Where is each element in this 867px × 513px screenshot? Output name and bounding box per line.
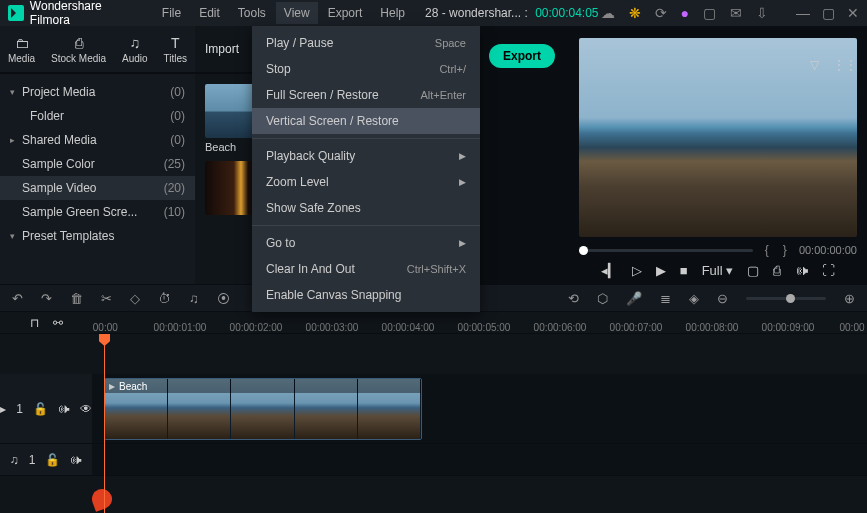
play-back-icon[interactable]: ▷	[632, 263, 642, 278]
dd-fullscreen[interactable]: Full Screen / RestoreAlt+Enter	[252, 82, 480, 108]
dd-playback-quality[interactable]: Playback Quality▶	[252, 143, 480, 169]
zoom-in-icon[interactable]: ⊕	[844, 291, 855, 306]
menu-view[interactable]: View	[276, 2, 318, 24]
preview-timecode: 00:00:00:00	[799, 244, 857, 256]
redo-icon[interactable]: ↷	[41, 291, 52, 306]
dd-safe-zones[interactable]: Show Safe Zones	[252, 195, 480, 221]
tab-media[interactable]: 🗀Media	[2, 31, 41, 68]
display-icon[interactable]: ▢	[747, 263, 759, 278]
tree-shared-media[interactable]: ▸Shared Media(0)	[0, 128, 195, 152]
lock-icon[interactable]: 🔓	[33, 402, 48, 416]
playhead[interactable]	[104, 334, 105, 513]
menu-export[interactable]: Export	[320, 2, 371, 24]
menu-help[interactable]: Help	[372, 2, 413, 24]
dd-zoom-level[interactable]: Zoom Level▶	[252, 169, 480, 195]
tree-sample-color[interactable]: Sample Color(25)	[0, 152, 195, 176]
save-icon[interactable]: ▢	[703, 5, 716, 21]
tree-preset-templates[interactable]: ▾Preset Templates	[0, 224, 195, 248]
adjust-icon[interactable]: ♫	[189, 291, 199, 306]
sidebar: 🗀Media ⎙Stock Media ♫Audio TTitles ▾Proj…	[0, 26, 195, 284]
filter-icon[interactable]: ▽	[810, 58, 819, 72]
zoom-out-icon[interactable]: ⊖	[717, 291, 728, 306]
camera-icon: ⎙	[75, 35, 83, 51]
cloud-icon[interactable]: ☁	[601, 5, 615, 21]
mixer-icon[interactable]: ≣	[660, 291, 671, 306]
dd-goto[interactable]: Go to▶	[252, 230, 480, 256]
scrub-handle[interactable]	[579, 246, 588, 255]
tree-sample-green[interactable]: Sample Green Scre...(10)	[0, 200, 195, 224]
grid-icon[interactable]: ⋮⋮	[833, 58, 857, 72]
folder-icon: 🗀	[15, 35, 29, 51]
speed-icon[interactable]: ⏱	[158, 291, 171, 306]
track-audio-icon[interactable]: ♫	[10, 453, 19, 467]
document-name: 28 - wondershar... : 00:00:04:05	[425, 6, 599, 20]
bulb-icon[interactable]: ❋	[629, 5, 641, 21]
export-button[interactable]: Export	[489, 44, 555, 68]
mail-icon[interactable]: ✉	[730, 5, 742, 21]
step-back-icon[interactable]: ◂▎	[601, 263, 618, 278]
eye-icon[interactable]: 👁	[80, 402, 92, 416]
menu-edit[interactable]: Edit	[191, 2, 228, 24]
filmora-icon	[8, 5, 24, 21]
dd-canvas-snapping[interactable]: Enable Canvas Snapping	[252, 282, 480, 308]
notification-icon[interactable]: ●	[681, 5, 689, 21]
timeline: ⊓ ⚯ |00:00 00:00:01:00 00:00:02:00 00:00…	[0, 312, 867, 513]
timeline-ruler[interactable]: ⊓ ⚯ |00:00 00:00:01:00 00:00:02:00 00:00…	[0, 312, 867, 334]
marker-icon[interactable]: ⬡	[597, 291, 608, 306]
volume-icon[interactable]: 🕪	[795, 263, 808, 278]
track-video-icon[interactable]: ▸	[0, 402, 6, 416]
tree-folder[interactable]: Folder(0)	[0, 104, 195, 128]
titlebar-icons: ☁ ❋ ⟳ ● ▢ ✉ ⇩ — ▢ ✕	[601, 5, 859, 21]
menu-tools[interactable]: Tools	[230, 2, 274, 24]
audio-track-1: ♫ 1 🔓 🕪	[0, 444, 867, 476]
delete-icon[interactable]: 🗑	[70, 291, 83, 306]
play-icon[interactable]: ▶	[656, 263, 666, 278]
tab-stock[interactable]: ⎙Stock Media	[45, 31, 112, 68]
keyframe-icon[interactable]: ◈	[689, 291, 699, 306]
stop-icon[interactable]: ■	[680, 263, 688, 278]
preview-scrubber: { } 00:00:00:00	[579, 243, 857, 257]
zoom-slider[interactable]	[746, 297, 826, 300]
snapshot-icon[interactable]: ⎙	[773, 263, 781, 278]
mute-icon[interactable]: 🕪	[58, 402, 70, 416]
close-icon[interactable]: ✕	[847, 5, 859, 21]
link-icon[interactable]: ⚯	[53, 316, 63, 330]
mic-icon[interactable]: ⇩	[756, 5, 768, 21]
track-body[interactable]	[92, 444, 867, 475]
mark-in-icon[interactable]: {	[763, 243, 771, 257]
mute-icon[interactable]: 🕪	[70, 453, 82, 467]
tab-audio[interactable]: ♫Audio	[116, 31, 154, 68]
crop-icon[interactable]: ◇	[130, 291, 140, 306]
record-button[interactable]	[89, 486, 115, 512]
maximize-icon[interactable]: ▢	[822, 5, 835, 21]
mark-out-icon[interactable]: }	[781, 243, 789, 257]
tree-sample-video[interactable]: Sample Video(20)	[0, 176, 195, 200]
dd-stop[interactable]: StopCtrl+/	[252, 56, 480, 82]
split-icon[interactable]: ⟲	[568, 291, 579, 306]
music-icon: ♫	[130, 35, 141, 51]
magnet-icon[interactable]: ⊓	[30, 316, 39, 330]
ruler-times[interactable]: |00:00 00:00:01:00 00:00:02:00 00:00:03:…	[92, 312, 867, 333]
tab-titles[interactable]: TTitles	[157, 31, 193, 68]
color-icon[interactable]: ⦿	[217, 291, 230, 306]
tree-project-media[interactable]: ▾Project Media(0)	[0, 80, 195, 104]
refresh-icon[interactable]: ⟳	[655, 5, 667, 21]
timeline-clip-beach[interactable]: ▸Beach	[104, 378, 422, 440]
dd-vertical-screen[interactable]: Vertical Screen / Restore	[252, 108, 480, 134]
scrub-bar[interactable]	[579, 249, 753, 252]
track-body[interactable]: ▸Beach	[92, 374, 867, 443]
dd-play-pause[interactable]: Play / PauseSpace	[252, 30, 480, 56]
expand-icon[interactable]: ⛶	[822, 263, 835, 278]
menu-file[interactable]: File	[154, 2, 189, 24]
undo-icon[interactable]: ↶	[12, 291, 23, 306]
app-title: Wondershare Filmora	[30, 0, 144, 27]
record-icon[interactable]: 🎤	[626, 291, 642, 306]
cut-icon[interactable]: ✂	[101, 291, 112, 306]
import-button[interactable]: Import	[205, 42, 239, 56]
lock-icon[interactable]: 🔓	[45, 453, 60, 467]
dd-separator	[252, 138, 480, 139]
minimize-icon[interactable]: —	[796, 5, 810, 21]
quality-dropdown[interactable]: Full ▾	[702, 263, 734, 278]
view-dropdown: Play / PauseSpace StopCtrl+/ Full Screen…	[252, 26, 480, 312]
media-tree: ▾Project Media(0) Folder(0) ▸Shared Medi…	[0, 74, 195, 284]
